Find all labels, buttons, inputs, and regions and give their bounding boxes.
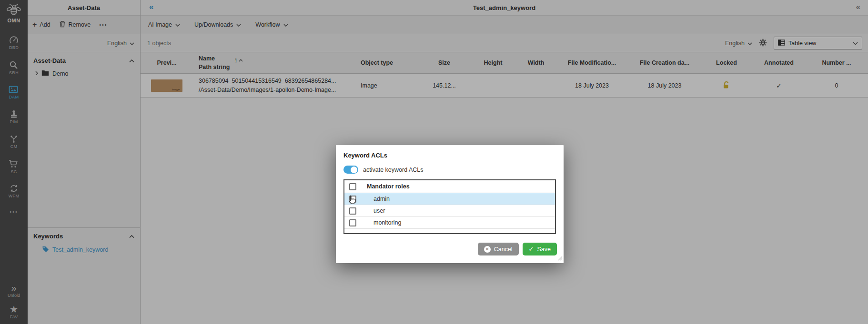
role-row-user[interactable]: user — [344, 205, 555, 217]
dialog-resize-handle[interactable] — [557, 255, 563, 262]
user-checkbox[interactable] — [349, 207, 356, 215]
monitoring-checkbox[interactable] — [349, 219, 356, 226]
role-row-monitoring[interactable]: monitoring — [344, 217, 555, 229]
save-check-icon: ✓ — [529, 245, 534, 253]
toggle-knob — [351, 167, 357, 173]
keyword-acls-dialog: Keyword ACLs activate keyword ACLs Manda… — [336, 145, 564, 263]
select-all-checkbox[interactable] — [349, 183, 356, 190]
roles-header-row: Mandator roles — [344, 180, 555, 193]
cancel-circle-x-icon: ✕ — [484, 246, 491, 253]
save-button[interactable]: ✓ Save — [523, 243, 557, 255]
activate-acls-toggle[interactable] — [343, 166, 358, 174]
mandator-roles-table: Mandator roles admin user monitoring — [343, 179, 556, 234]
toggle-label: activate keyword ACLs — [363, 167, 423, 173]
cancel-button[interactable]: ✕ Cancel — [478, 243, 519, 255]
role-row-admin[interactable]: admin — [344, 193, 555, 205]
dialog-title: Keyword ACLs — [343, 152, 556, 159]
admin-checkbox[interactable] — [349, 196, 356, 203]
